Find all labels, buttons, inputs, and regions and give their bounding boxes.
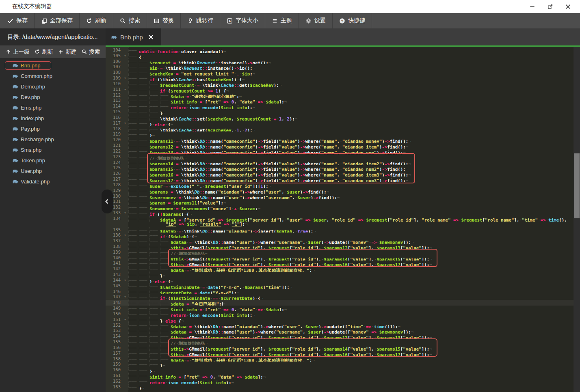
- code-text[interactable]: ————————————$dataa·=·\think\Db::name("us…: [128, 238, 574, 244]
- sidebar-refresh-button[interactable]: 刷新: [35, 48, 53, 56]
- code-line[interactable]: 131——————$param·=·$params11["value"];¬: [106, 199, 574, 205]
- code-text[interactable]: ————————————$this->GMmail($request["serv…: [128, 351, 574, 356]
- code-line[interactable]: 127——————$params17·=·\think\Db::name("ga…: [106, 177, 574, 182]
- code-text[interactable]: ———}¬: [128, 384, 574, 390]
- code-line[interactable]: 129——————$params·=·\think\Db::name("qian…: [106, 188, 574, 194]
- code-text[interactable]: ———public·function·player_qiandao()¬: [128, 47, 574, 53]
- code-text[interactable]: ——————return·json_encode($init_info);¬: [128, 379, 574, 384]
- sidebar-up-level-button[interactable]: 上一级: [6, 48, 30, 56]
- code-text[interactable]: —————————if·($lastSignInDate·==·$current…: [128, 294, 574, 300]
- code-line[interactable]: 119——————}¬: [106, 131, 574, 137]
- code-line[interactable]: 137————————————$dataa·=·\think\Db::name(…: [106, 238, 574, 244]
- code-line[interactable]: 135—————————$datab·=·\think\Db::name("qi…: [106, 227, 574, 233]
- code-text[interactable]: —————————\think\Cache::set($cacheKey,·$r…: [128, 115, 574, 121]
- fold-arrow-icon[interactable]: ▾: [122, 53, 128, 59]
- code-text[interactable]: ——————}¬: [128, 131, 574, 137]
- code-text[interactable]: —————————if·($datab)·{¬: [128, 233, 574, 238]
- code-text[interactable]: ——————}·else·{¬: [128, 121, 574, 126]
- code-text[interactable]: —————————$currentDate·=·date("Y-m-d");¬: [128, 289, 574, 295]
- fold-arrow-icon[interactable]: ▾: [122, 278, 128, 283]
- settings-button[interactable]: 设置: [299, 13, 333, 28]
- code-line[interactable]: 156————————————$this->GMmail($request["s…: [106, 345, 574, 351]
- fold-arrow-icon[interactable]: ▾: [122, 121, 128, 126]
- file-item-demo-php[interactable]: Demo.php: [0, 81, 106, 92]
- code-text[interactable]: ——————$request·=·\think\Request::instanc…: [128, 59, 574, 65]
- code-line[interactable]: 142————————————$data·=·"签到成功，获得·归元币*1388…: [106, 266, 574, 272]
- tab-close-icon[interactable]: [148, 34, 154, 40]
- code-text[interactable]: ——————$params14·=·\think\Db::name("gamec…: [128, 160, 574, 166]
- code-text[interactable]: ————————————$data·=·"签到成功，获得·归元币*1388，其余…: [128, 356, 574, 362]
- code-line[interactable]: 151▾—————————}·else·{¬: [106, 317, 574, 323]
- code-text[interactable]: ——————$params13·=·\think\Db::name("gamec…: [128, 149, 574, 154]
- goto-line-button[interactable]: 跳转行: [181, 13, 220, 28]
- code-line[interactable]: 150————————————return·json_encode($init_…: [106, 311, 574, 317]
- code-line[interactable]: 163———}¬: [106, 384, 574, 390]
- code-text[interactable]: ————————————$this->GMmail($request["serv…: [128, 244, 574, 250]
- code-text[interactable]: ——————$newmoney·=·$usermoney["money"]·+·…: [128, 205, 574, 210]
- sidebar-collapse-handle[interactable]: [102, 190, 113, 213]
- code-text[interactable]: ————————————$data·=·"今日已签到";¬: [128, 300, 574, 306]
- code-line[interactable]: 108——————$cacheKey·=·"get_request_limit_…: [106, 70, 574, 75]
- code-text[interactable]: ——————$params12·=·\think\Db::name("gamec…: [128, 143, 574, 149]
- code-text[interactable]: ————————————$this->GMmail($request["serv…: [128, 334, 574, 339]
- code-text[interactable]: ————————————$data·=·"签到成功，获得·归元币*1388，其余…: [128, 266, 574, 272]
- code-line[interactable]: 139————————————//·增加签到物品¬: [106, 250, 574, 255]
- code-text[interactable]: "ip"·=>·$ip,·"result"·=>·"1"];¬: [128, 222, 574, 227]
- file-item-sms-php[interactable]: Sms.php: [0, 144, 106, 155]
- fold-arrow-icon[interactable]: ▾: [122, 87, 128, 93]
- code-line[interactable]: 138————————————$this->GMmail($request["s…: [106, 244, 574, 250]
- code-line[interactable]: 115—————————}¬: [106, 109, 574, 115]
- code-text[interactable]: ——————$usermoney·=·\think\Db::name("user…: [128, 194, 574, 199]
- search-button[interactable]: 搜索: [113, 13, 147, 28]
- code-line[interactable]: 107——————$ip·=·\think\Request::instance(…: [106, 64, 574, 70]
- code-line[interactable]: 143—————————}¬: [106, 272, 574, 278]
- code-line[interactable]: 144▾——————}·else·{¬: [106, 278, 574, 283]
- code-line[interactable]: 162——————return·json_encode($init_info);…: [106, 379, 574, 384]
- replace-button[interactable]: 替换: [147, 13, 181, 28]
- maximize-button[interactable]: [541, 0, 559, 13]
- code-text[interactable]: ——————$params17·=·\think\Db::name("gamec…: [128, 177, 574, 182]
- code-text[interactable]: ————————————$this->GMmail($request["serv…: [128, 255, 574, 261]
- code-text[interactable]: ——————}¬: [128, 367, 574, 373]
- code-line[interactable]: 114————————————return·json_encode($init_…: [106, 103, 574, 109]
- code-line[interactable]: 123——————//·增加签到物品¬: [106, 154, 574, 160]
- code-text[interactable]: —————————}¬: [128, 362, 574, 367]
- code-line[interactable]: 147▾—————————if·($lastSignInDate·==·$cur…: [106, 294, 574, 300]
- code-area[interactable]: 104———public·function·player_qiandao()¬1…: [106, 47, 574, 392]
- code-text[interactable]: ——————//·增加签到物品¬: [128, 154, 574, 160]
- sidebar-search-button[interactable]: 搜索: [82, 48, 100, 56]
- code-line[interactable]: "ip"·=>·$ip,·"result"·=>·"1"];¬: [106, 222, 574, 227]
- refresh-button[interactable]: 刷新: [80, 13, 113, 28]
- code-line[interactable]: 160——————}¬: [106, 367, 574, 373]
- code-text[interactable]: ————————————$dataa·=·\think\Db::name("qi…: [128, 323, 574, 328]
- code-text[interactable]: ————————————$dataa·=·\think\Db::name("us…: [128, 328, 574, 334]
- scrollbar-thumb[interactable]: [574, 153, 580, 218]
- code-text[interactable]: ————————————//·增加签到物品¬: [128, 250, 574, 255]
- fold-arrow-icon[interactable]: ▾: [122, 317, 128, 323]
- code-line[interactable]: 111▾—————————if·($requestCount·>=·1)·{¬: [106, 87, 574, 93]
- code-line[interactable]: 109▾——————if·(\think\Cache::has($cacheKe…: [106, 75, 574, 81]
- code-text[interactable]: —————————$datab·=·\think\Db::name("qiand…: [128, 227, 574, 233]
- code-text[interactable]: ————————————$init_info·=·["ret"·=>·0,·"d…: [128, 98, 574, 103]
- code-text[interactable]: ————————————//·增加签到物品¬: [128, 339, 574, 345]
- code-line[interactable]: 132——————$newmoney·=·$usermoney["money"]…: [106, 205, 574, 210]
- code-text[interactable]: ——————$ip·=·\think\Request::instance()->…: [128, 64, 574, 70]
- fold-arrow-icon[interactable]: ▾: [122, 233, 128, 238]
- file-item-user-php[interactable]: User.php: [0, 166, 106, 176]
- sidebar-new-file-button[interactable]: 新建: [58, 48, 76, 56]
- code-line[interactable]: 105▾———{¬: [106, 53, 574, 59]
- file-item-token-php[interactable]: Token.php: [0, 155, 106, 166]
- code-text[interactable]: ——————$params15·=·\think\Db::name("gamec…: [128, 165, 574, 171]
- code-text[interactable]: ————————————return·json_encode($init_inf…: [128, 311, 574, 317]
- code-text[interactable]: ——————}·else·{¬: [128, 278, 574, 283]
- code-text[interactable]: ——————$param·=·$params11["value"];¬: [128, 199, 574, 205]
- code-text[interactable]: ————————————return·json_encode($init_inf…: [128, 103, 574, 109]
- code-line[interactable]: 141————————————$this->GMmail($request["s…: [106, 261, 574, 266]
- code-text[interactable]: ——————$params16·=·\think\Db::name("gamec…: [128, 171, 574, 177]
- code-line[interactable]: 118—————————\think\Cache::set($cacheKey,…: [106, 126, 574, 132]
- code-text[interactable]: ——————$params11·=·\think\Db::name("gamec…: [128, 137, 574, 143]
- code-text[interactable]: —————————\think\Cache::set($cacheKey,·1,…: [128, 126, 574, 132]
- code-line[interactable]: 145—————————$lastSignInDate·=·date("Y-m-…: [106, 283, 574, 289]
- code-line[interactable]: 113————————————$init_info·=·["ret"·=>·0,…: [106, 98, 574, 103]
- code-line[interactable]: 155————————————//·增加签到物品¬: [106, 339, 574, 345]
